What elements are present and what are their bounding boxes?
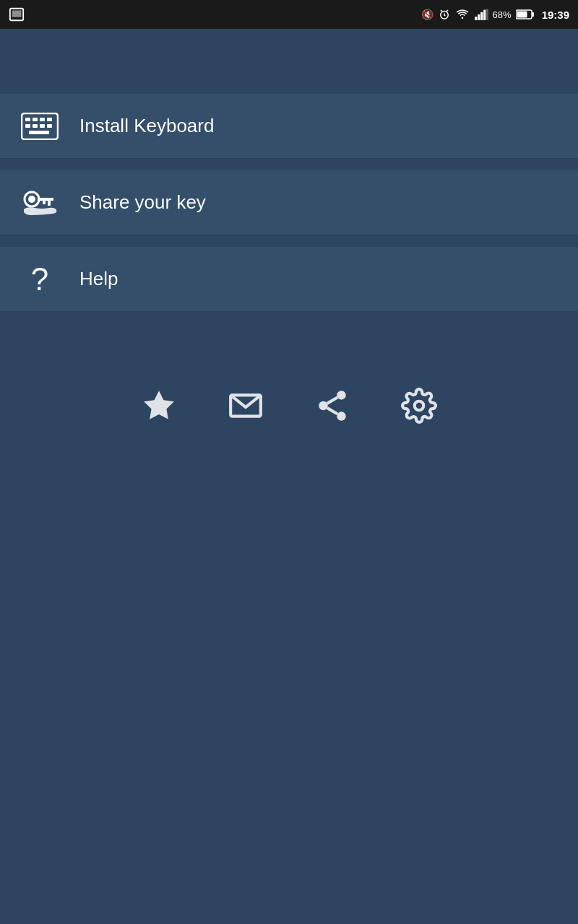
share-key-item[interactable]: Share your key [0, 170, 578, 235]
svg-rect-8 [475, 17, 477, 20]
screenshot-icon [9, 6, 25, 22]
settings-icon [401, 388, 437, 424]
svg-rect-22 [33, 124, 38, 128]
email-icon [228, 388, 264, 424]
alarm-icon [438, 8, 451, 21]
svg-rect-29 [48, 201, 51, 206]
svg-point-33 [337, 391, 346, 400]
rate-button[interactable] [137, 384, 181, 427]
svg-rect-17 [25, 118, 30, 121]
svg-marker-31 [144, 391, 174, 419]
svg-rect-23 [40, 124, 45, 128]
signal-icon [474, 9, 488, 20]
install-keyboard-item[interactable]: Install Keyboard [0, 94, 578, 159]
battery-icon [516, 9, 535, 19]
bottom-icons-row [0, 370, 578, 442]
svg-rect-24 [47, 124, 52, 128]
key-icon [14, 181, 65, 225]
svg-point-27 [28, 196, 35, 203]
top-spacer [0, 29, 578, 94]
svg-line-5 [440, 10, 441, 12]
svg-rect-19 [40, 118, 45, 121]
svg-rect-25 [29, 131, 49, 134]
svg-rect-12 [486, 9, 488, 20]
svg-line-6 [447, 10, 448, 12]
svg-rect-20 [47, 118, 52, 121]
svg-rect-10 [480, 12, 483, 20]
share-icon [314, 388, 350, 424]
svg-rect-18 [33, 118, 38, 121]
battery-level: 68% [493, 9, 512, 20]
divider-1 [0, 159, 578, 170]
svg-rect-28 [38, 198, 53, 201]
status-bar-right: 🔇 68% [421, 8, 569, 21]
install-keyboard-label: Install Keyboard [79, 115, 214, 137]
keyboard-icon [14, 105, 65, 148]
svg-point-34 [319, 401, 328, 411]
svg-rect-1 [12, 11, 22, 17]
main-content: Install Keyboard Share your key [0, 29, 578, 924]
star-icon [141, 388, 177, 424]
help-label: Help [79, 268, 118, 290]
svg-point-35 [337, 411, 346, 421]
menu-section: Install Keyboard Share your key [0, 94, 578, 312]
svg-line-37 [327, 398, 337, 404]
svg-point-38 [415, 401, 424, 411]
divider-2 [0, 235, 578, 247]
email-button[interactable] [224, 384, 267, 427]
svg-rect-15 [517, 12, 527, 18]
svg-rect-30 [43, 201, 46, 204]
wifi-icon [455, 9, 470, 20]
help-item[interactable]: ? Help [0, 247, 578, 312]
status-time: 19:39 [542, 9, 569, 21]
help-icon: ? [14, 258, 65, 301]
status-bar: 🔇 68% [0, 0, 578, 29]
svg-rect-21 [25, 124, 30, 128]
svg-rect-11 [483, 10, 486, 20]
mute-icon: 🔇 [421, 9, 434, 20]
share-key-label: Share your key [79, 191, 206, 214]
svg-rect-14 [532, 12, 534, 17]
settings-button[interactable] [397, 384, 441, 427]
svg-point-7 [461, 17, 462, 19]
svg-line-36 [327, 408, 337, 414]
svg-rect-9 [478, 14, 480, 20]
share-button[interactable] [311, 384, 354, 427]
